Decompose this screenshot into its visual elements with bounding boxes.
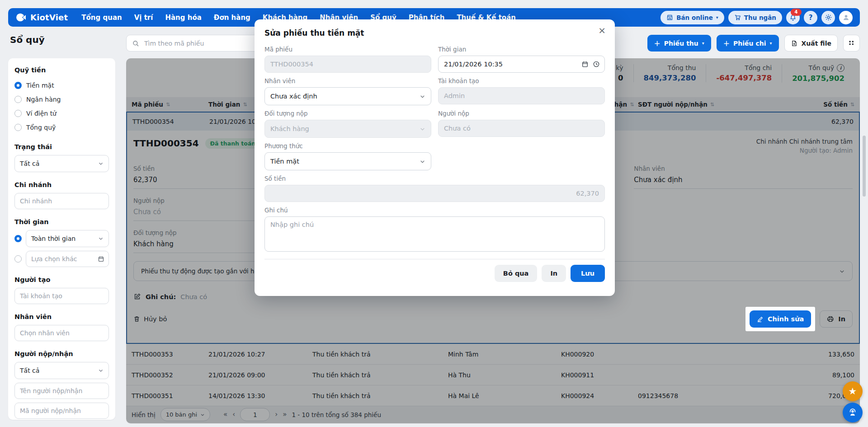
- radio-icon: [14, 96, 22, 103]
- modal-print-button[interactable]: In: [542, 265, 566, 282]
- kiotviet-logo[interactable]: KiotViet: [15, 12, 68, 23]
- notifications-button[interactable]: 4: [786, 11, 800, 24]
- field-method: Phương thức Tiền mặt: [264, 142, 431, 170]
- branch-input[interactable]: [14, 193, 109, 209]
- col-header-phone[interactable]: SĐT người nộp/nhận⇅: [638, 101, 764, 108]
- save-button[interactable]: Lưu: [571, 265, 605, 282]
- online-sales-button[interactable]: Bán online ▾: [660, 11, 724, 24]
- avatar[interactable]: [839, 11, 853, 24]
- creator-input[interactable]: [14, 288, 109, 304]
- chevron-down-icon: [98, 161, 104, 166]
- receipt-code: TTHD000354: [133, 138, 199, 149]
- col-header-code[interactable]: Mã phiếu⇅: [132, 101, 208, 108]
- field-payer-type: Đối tượng nộp Khách hàng: [264, 110, 431, 138]
- first-page-icon[interactable]: «: [223, 411, 227, 418]
- fund-option-vi-dien-tu[interactable]: Ví điện tử: [14, 106, 109, 120]
- pagination-bar: Hiển thị 10 bản ghi « ‹ 1 › » 1 - 10 trê…: [126, 406, 860, 423]
- help-button[interactable]: ?: [804, 11, 817, 24]
- field-amount: Số tiền: [264, 175, 605, 202]
- payer-code-input[interactable]: [14, 403, 109, 419]
- branch-line: Chi nhánh Chi nhánh trung tâm: [756, 138, 853, 145]
- column-settings-button[interactable]: [843, 35, 860, 52]
- edit-note-icon[interactable]: [133, 293, 141, 300]
- calendar-icon[interactable]: [98, 256, 104, 263]
- support-fab[interactable]: [843, 403, 863, 422]
- field-code: Mã phiếu: [264, 46, 431, 73]
- chevron-down-icon: [98, 236, 104, 241]
- next-page-icon[interactable]: ›: [275, 411, 278, 418]
- sort-icon: ⇅: [166, 102, 170, 108]
- export-icon: [791, 40, 798, 47]
- calendar-icon[interactable]: [581, 61, 589, 68]
- search-icon: [132, 40, 139, 47]
- payer-section-title: Người nộp/nhận: [14, 350, 109, 357]
- nav-item-tong-quan[interactable]: Tổng quan: [81, 14, 122, 22]
- field-staff: Nhân viên Chưa xác định: [264, 77, 431, 105]
- filter-sidebar: Quỹ tiền Tiền mặt Ngân hàng Ví điện tử T…: [8, 58, 115, 420]
- note-value: Chưa có: [180, 293, 207, 300]
- question-icon: ?: [809, 14, 813, 22]
- fund-option-tong-quy[interactable]: Tổng quỹ: [14, 120, 109, 134]
- fund-section-title: Quỹ tiền: [14, 66, 109, 74]
- radio-selected-icon: [14, 82, 22, 89]
- col-header-amount[interactable]: Số tiền⇅: [764, 101, 854, 108]
- add-payment-button[interactable]: + Phiếu chi ▾: [717, 35, 779, 52]
- note-textarea[interactable]: [264, 216, 605, 252]
- current-page-box[interactable]: 1: [240, 408, 270, 421]
- info-icon[interactable]: i: [837, 64, 844, 72]
- time-radio-other[interactable]: [14, 255, 22, 263]
- clock-icon[interactable]: [593, 61, 600, 68]
- cancel-receipt-button[interactable]: Hủy bỏ: [133, 315, 167, 323]
- prev-page-icon[interactable]: ‹: [232, 411, 235, 418]
- custom-date-input[interactable]: [26, 251, 109, 267]
- settings-button[interactable]: [821, 11, 835, 24]
- payer-type-select: Khách hàng: [264, 120, 431, 138]
- time-radio-selected[interactable]: [14, 235, 22, 242]
- table-row[interactable]: TTHD000352 21/01/2026 09:00 Thu tiền khá…: [126, 365, 860, 385]
- nav-item-hang-hoa[interactable]: Hàng hóa: [165, 14, 201, 22]
- fund-option-ngan-hang[interactable]: Ngân hàng: [14, 92, 109, 106]
- modal-title: Sửa phiếu thu tiền mặt: [264, 28, 605, 38]
- staff-section-title: Nhân viên: [14, 313, 109, 320]
- pencil-icon: [757, 316, 764, 323]
- edit-button[interactable]: Chỉnh sửa: [750, 310, 811, 328]
- print-button[interactable]: In: [820, 310, 853, 328]
- status-badge: Đã thanh toán: [205, 138, 261, 149]
- branch-section-title: Chi nhánh: [14, 181, 109, 188]
- field-time: Thời gian: [438, 46, 605, 73]
- payer-input: [438, 120, 605, 137]
- cashier-button[interactable]: Thu ngân: [728, 11, 782, 24]
- summary-revenue: Tổng thu 849,373,280: [633, 64, 706, 82]
- staff-select[interactable]: Chưa xác định: [264, 87, 431, 105]
- storefront-icon: [666, 14, 673, 21]
- radio-icon: [14, 124, 22, 131]
- nav-item-don-hang[interactable]: Đơn hàng: [214, 14, 250, 22]
- brand-icon: [15, 12, 27, 23]
- export-file-button[interactable]: Xuất file: [784, 35, 838, 52]
- chevron-down-icon: [420, 94, 425, 99]
- status-select[interactable]: Tất cả: [14, 155, 109, 172]
- page-size-select[interactable]: 10 bản ghi: [160, 408, 210, 421]
- chevron-down-icon: ▾: [770, 41, 772, 46]
- table-row[interactable]: TTHD000351 14/01/2026 13:30 Thu tiền khá…: [126, 385, 860, 406]
- chevron-down-icon: [200, 413, 205, 417]
- cart-icon: [734, 14, 741, 21]
- edit-button-highlight: Chỉnh sửa: [745, 307, 815, 331]
- time-input[interactable]: [438, 56, 605, 73]
- payer-name-input[interactable]: [14, 383, 109, 399]
- table-row[interactable]: TTHD000353 21/01/2026 10:27 Thu tiền khá…: [126, 344, 860, 365]
- scrollbar-thumb[interactable]: [863, 136, 866, 197]
- fund-option-tien-mat[interactable]: Tiền mặt: [14, 78, 109, 92]
- payer-type-select[interactable]: Tất cả: [14, 362, 109, 379]
- skip-button[interactable]: Bỏ qua: [495, 265, 538, 282]
- last-page-icon[interactable]: »: [283, 411, 287, 418]
- summary-balance-value: 201,875,902: [792, 74, 844, 83]
- chevron-down-icon: [420, 159, 425, 164]
- staff-input[interactable]: [14, 325, 109, 341]
- method-select[interactable]: Tiền mặt: [264, 152, 431, 170]
- add-receipt-button[interactable]: + Phiếu thu ▾: [647, 35, 711, 52]
- rating-fab[interactable]: ★: [843, 381, 863, 401]
- nav-item-vi-tri[interactable]: Vị trí: [134, 14, 153, 22]
- time-range-select[interactable]: Toàn thời gian: [26, 230, 109, 247]
- close-icon[interactable]: ×: [598, 26, 606, 35]
